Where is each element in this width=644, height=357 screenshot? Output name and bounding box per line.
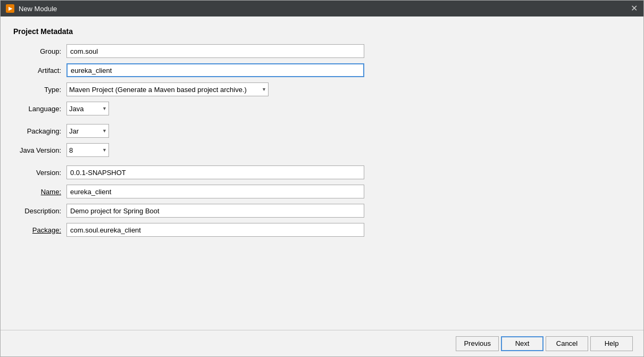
package-input[interactable] (66, 223, 364, 237)
artifact-row: Artifact: (13, 63, 631, 77)
java-version-row: Java Version: 8 11 17 (13, 143, 631, 157)
package-row: Package: (13, 223, 631, 237)
version-row: Version: (13, 165, 631, 179)
name-label: Name: (13, 188, 66, 196)
group-input[interactable] (66, 44, 364, 58)
name-row: Name: (13, 185, 631, 198)
type-label: Type: (13, 86, 66, 94)
packaging-row: Packaging: Jar War (13, 124, 631, 138)
artifact-label: Artifact: (13, 67, 66, 74)
packaging-select[interactable]: Jar War (66, 124, 109, 138)
version-label: Version: (13, 169, 66, 177)
section-title: Project Metadata (13, 27, 631, 36)
java-version-select-wrapper: 8 11 17 (66, 143, 109, 157)
description-label: Description: (13, 207, 66, 215)
cancel-button[interactable]: Cancel (546, 336, 588, 351)
previous-button[interactable]: Previous (456, 336, 499, 351)
help-button[interactable]: Help (590, 336, 633, 351)
packaging-select-wrapper: Jar War (66, 124, 109, 138)
app-icon: ▶ (6, 4, 14, 13)
language-row: Language: Java Kotlin Groovy (13, 102, 631, 115)
description-input[interactable] (66, 204, 364, 218)
name-input[interactable] (66, 185, 364, 198)
title-bar: ▶ New Module ✕ (1, 1, 643, 16)
title-bar-left: ▶ New Module (6, 4, 57, 13)
dialog-footer: Previous Next Cancel Help (1, 330, 643, 356)
type-select[interactable]: Maven Project (Generate a Maven based pr… (66, 82, 269, 96)
group-row: Group: (13, 44, 631, 58)
language-label: Language: (13, 105, 66, 113)
dialog-content: Project Metadata Group: Artifact: Type: … (1, 16, 643, 330)
dialog-title: New Module (19, 5, 57, 13)
type-row: Type: Maven Project (Generate a Maven ba… (13, 82, 631, 96)
packaging-label: Packaging: (13, 127, 66, 135)
language-select-wrapper: Java Kotlin Groovy (66, 102, 109, 115)
package-label: Package: (13, 226, 66, 234)
type-select-wrapper: Maven Project (Generate a Maven based pr… (66, 82, 269, 96)
new-module-dialog: ▶ New Module ✕ Project Metadata Group: A… (0, 0, 644, 357)
language-select[interactable]: Java Kotlin Groovy (66, 102, 109, 115)
version-input[interactable] (66, 165, 364, 179)
description-row: Description: (13, 204, 631, 218)
java-version-label: Java Version: (13, 146, 66, 154)
group-label: Group: (13, 47, 66, 55)
next-button[interactable]: Next (501, 336, 543, 351)
close-button[interactable]: ✕ (630, 4, 638, 13)
java-version-select[interactable]: 8 11 17 (66, 143, 109, 157)
artifact-input[interactable] (66, 63, 364, 77)
